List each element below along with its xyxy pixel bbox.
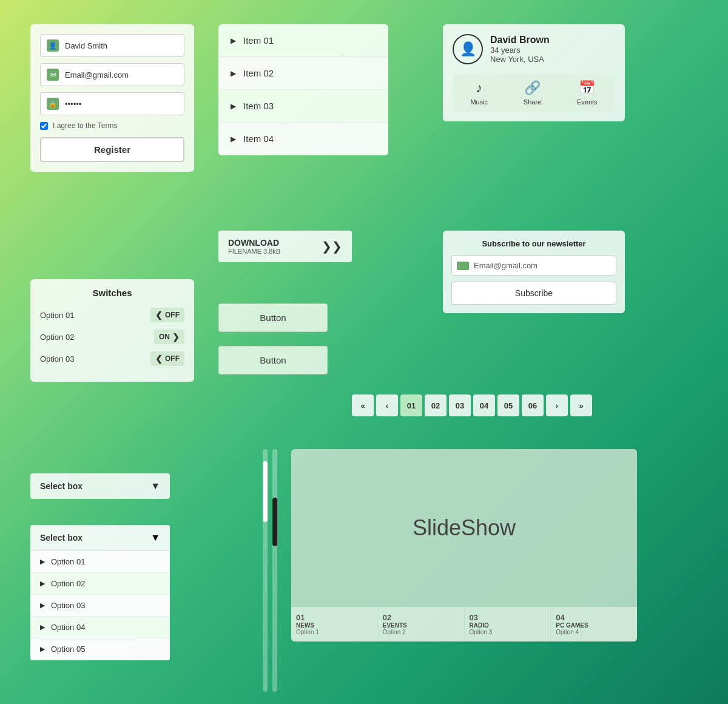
switch-label-1: Option 01 [40, 311, 74, 320]
select-option-2[interactable]: ▶ Option 02 [30, 573, 170, 595]
select-closed-arrow-icon: ▼ [150, 481, 160, 492]
download-subtitle: FILENAME 3.8kB [228, 248, 280, 255]
switch-state-2: ON [159, 333, 170, 341]
action-events[interactable]: 📅 Events [577, 80, 598, 106]
select-box-closed[interactable]: Select box ▼ [30, 473, 170, 499]
scrollbar-area [255, 449, 285, 692]
download-title: DOWNLOAD [228, 238, 280, 248]
newsletter-email-input[interactable] [474, 261, 611, 270]
download-button[interactable]: DOWNLOAD FILENAME 3.8kB ❯❯ [218, 231, 352, 262]
pagination-page-05[interactable]: 05 [497, 394, 519, 416]
arrow-icon-1: ▶ [231, 36, 236, 45]
select-option-1[interactable]: ▶ Option 01 [30, 551, 170, 573]
pagination-page-02[interactable]: 02 [425, 394, 447, 416]
slideshow-nav: 01 NEWS Option 1 02 EVENTS Option 2 03 R… [291, 607, 637, 641]
menu-list: ▶ Item 01 ▶ Item 02 ▶ Item 03 ▶ Item 04 [218, 24, 388, 155]
profile-location: New York, USA [490, 55, 550, 64]
action-share[interactable]: 🔗 Share [524, 80, 541, 106]
newsletter-box: Subscribe to our newsletter Subscribe [443, 231, 625, 313]
pagination: « ‹ 01 02 03 04 05 06 › » [352, 394, 592, 416]
profile-top: 👤 David Brown 34 years New York, USA [453, 34, 615, 64]
switch-label-2: Option 02 [40, 333, 74, 342]
select-closed-label: Select box [40, 481, 83, 491]
switch-left-icon-3: ❮ [155, 354, 163, 364]
username-field[interactable]: 👤 [40, 34, 184, 57]
nav-sub-4: Option 4 [556, 629, 632, 635]
menu-item-label-3: Item 03 [243, 101, 274, 111]
pagination-next[interactable]: › [546, 394, 568, 416]
username-input[interactable] [65, 41, 178, 50]
select-open-label: Select box [40, 533, 83, 543]
switch-toggle-3[interactable]: ❮ OFF [150, 351, 184, 366]
nav-sub-3: Option 3 [470, 629, 546, 635]
nav-num-3: 03 [470, 613, 546, 622]
option-arrow-2: ▶ [40, 580, 45, 587]
agree-row: I agree to the Terms [40, 121, 184, 130]
button-1[interactable]: Button [218, 303, 328, 332]
scrollbar-track-1[interactable] [263, 449, 268, 692]
pagination-page-04[interactable]: 04 [473, 394, 495, 416]
nav-sub-1: Option 1 [296, 629, 372, 635]
menu-item-3[interactable]: ▶ Item 03 [218, 90, 388, 123]
option-label-2: Option 02 [51, 579, 85, 588]
newsletter-email-field[interactable] [451, 256, 616, 276]
switch-label-3: Option 03 [40, 354, 74, 364]
scrollbar-thumb-1[interactable] [263, 461, 268, 522]
pagination-last[interactable]: » [570, 394, 592, 416]
menu-item-2[interactable]: ▶ Item 02 [218, 57, 388, 90]
avatar: 👤 [453, 34, 483, 64]
slideshow-nav-4[interactable]: 04 PC GAMES Option 4 [551, 607, 637, 641]
arrow-icon-3: ▶ [231, 102, 236, 110]
scrollbar-thumb-2[interactable] [272, 498, 277, 546]
switch-right-icon-2: ❯ [172, 332, 180, 342]
scrollbar-track-2[interactable] [272, 449, 277, 692]
menu-item-1[interactable]: ▶ Item 01 [218, 24, 388, 57]
profile-actions: ♪ Music 🔗 Share 📅 Events [453, 74, 615, 112]
agree-checkbox[interactable] [40, 122, 48, 130]
share-icon: 🔗 [524, 80, 541, 96]
music-label: Music [470, 98, 488, 106]
register-button[interactable]: Register [40, 137, 184, 162]
action-music[interactable]: ♪ Music [470, 80, 488, 106]
option-label-5: Option 05 [51, 645, 85, 654]
option-label-1: Option 01 [51, 557, 85, 566]
nav-sub-2: Option 2 [383, 629, 459, 635]
select-open-header[interactable]: Select box ▼ [30, 525, 170, 551]
pagination-page-01[interactable]: 01 [400, 394, 422, 416]
select-option-5[interactable]: ▶ Option 05 [30, 638, 170, 660]
events-label: Events [577, 98, 598, 106]
subscribe-button[interactable]: Subscribe [451, 282, 616, 305]
switch-state-1: OFF [165, 311, 180, 319]
switch-toggle-1[interactable]: ❮ OFF [150, 308, 184, 322]
option-arrow-5: ▶ [40, 645, 45, 653]
nav-cat-3: RADIO [470, 622, 546, 629]
slideshow-nav-2[interactable]: 02 EVENTS Option 2 [378, 607, 465, 641]
select-box-open: Select box ▼ ▶ Option 01 ▶ Option 02 ▶ O… [30, 525, 170, 660]
menu-item-4[interactable]: ▶ Item 04 [218, 123, 388, 155]
pagination-page-06[interactable]: 06 [522, 394, 544, 416]
email-field[interactable]: ✉ [40, 63, 184, 86]
profile-age: 34 years [490, 46, 550, 55]
switch-row-2: Option 02 ON ❯ [40, 330, 184, 344]
switch-row-1: Option 01 ❮ OFF [40, 308, 184, 322]
slideshow-nav-1[interactable]: 01 NEWS Option 1 [291, 607, 378, 641]
arrow-icon-2: ▶ [231, 69, 236, 78]
pagination-first[interactable]: « [352, 394, 374, 416]
newsletter-title: Subscribe to our newsletter [451, 239, 616, 248]
switch-state-3: OFF [165, 354, 180, 363]
slideshow-nav-3[interactable]: 03 RADIO Option 3 [465, 607, 551, 641]
email-input[interactable] [65, 70, 178, 80]
switch-left-icon-1: ❮ [155, 310, 163, 320]
switch-toggle-2[interactable]: ON ❯ [154, 330, 184, 344]
select-option-4[interactable]: ▶ Option 04 [30, 617, 170, 638]
events-icon: 📅 [579, 80, 595, 96]
slideshow-box: SlideShow 01 NEWS Option 1 02 EVENTS Opt… [291, 449, 637, 641]
select-option-3[interactable]: ▶ Option 03 [30, 595, 170, 617]
pagination-page-03[interactable]: 03 [449, 394, 471, 416]
password-input[interactable] [65, 100, 178, 109]
button-2[interactable]: Button [218, 346, 328, 374]
option-arrow-4: ▶ [40, 623, 45, 631]
pagination-prev[interactable]: ‹ [376, 394, 398, 416]
password-field[interactable]: 🔒 [40, 92, 184, 115]
profile-name: David Brown [490, 35, 550, 46]
